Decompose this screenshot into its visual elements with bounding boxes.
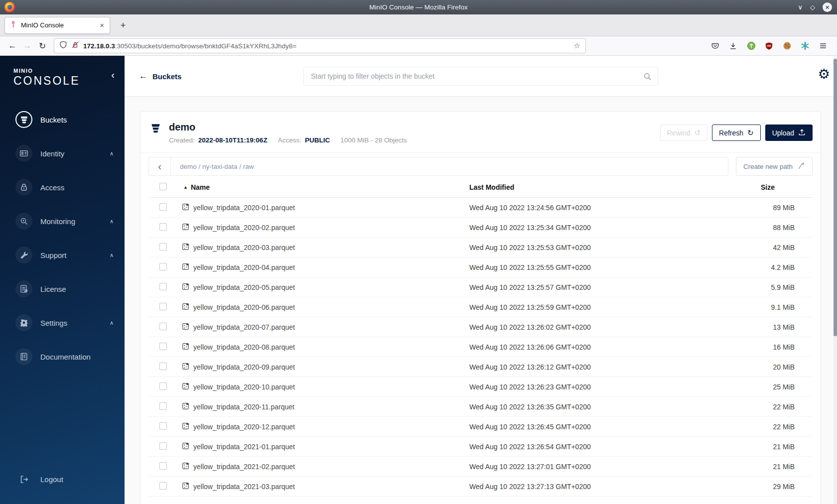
sidebar-item-documentation[interactable]: Documentation xyxy=(0,345,125,369)
row-checkbox[interactable] xyxy=(159,422,167,430)
scrollbar-thumb[interactable] xyxy=(834,59,837,336)
table-row[interactable]: yellow_tripdata_2020-11.parquet Wed Aug … xyxy=(148,397,813,417)
object-name[interactable]: yellow_tripdata_2020-12.parquet xyxy=(193,423,295,431)
select-all-checkbox[interactable] xyxy=(159,183,167,190)
table-row[interactable]: yellow_tripdata_2020-03.parquet Wed Aug … xyxy=(148,238,813,257)
table-row[interactable]: yellow_tripdata_2020-08.parquet Wed Aug … xyxy=(148,337,813,357)
column-header-size[interactable]: Size xyxy=(760,183,813,191)
table-row[interactable]: yellow_tripdata_2021-02.parquet Wed Aug … xyxy=(148,457,813,477)
breadcrumb-segment[interactable]: ny-taxi-data xyxy=(202,163,238,170)
sidebar-item-support[interactable]: Support ∧ xyxy=(0,243,125,267)
sidebar-item-buckets[interactable]: Buckets xyxy=(0,108,125,131)
row-checkbox[interactable] xyxy=(159,343,167,350)
sidebar-item-logout[interactable]: Logout xyxy=(0,467,125,491)
path-back-icon[interactable]: ‹ xyxy=(149,157,171,175)
sidebar-item-settings[interactable]: Settings ∧ xyxy=(0,311,125,335)
sidebar-item-access[interactable]: Access xyxy=(0,175,125,199)
object-name[interactable]: yellow_tripdata_2020-02.parquet xyxy=(193,224,295,232)
row-checkbox[interactable] xyxy=(159,283,167,290)
row-checkbox[interactable] xyxy=(159,442,167,450)
object-name[interactable]: yellow_tripdata_2020-05.parquet xyxy=(193,283,295,291)
table-row[interactable]: yellow_tripdata_2020-05.parquet Wed Aug … xyxy=(148,277,813,297)
search-input[interactable] xyxy=(304,67,658,85)
asterisk-extension-icon[interactable] xyxy=(798,39,812,53)
table-row[interactable]: yellow_tripdata_2020-04.parquet Wed Aug … xyxy=(148,257,813,277)
sidebar-menu: Buckets Identity ∧ Access Monitoring ∧ S… xyxy=(0,108,125,369)
bookmark-star-icon[interactable]: ☆ xyxy=(574,41,580,50)
row-checkbox[interactable] xyxy=(159,223,167,231)
page-scrollbar[interactable] xyxy=(834,56,837,504)
object-last-modified: Wed Aug 10 2022 13:26:23 GMT+0200 xyxy=(469,383,760,391)
downloads-icon[interactable] xyxy=(726,39,740,53)
object-name[interactable]: yellow_tripdata_2020-01.parquet xyxy=(193,204,295,212)
row-checkbox[interactable] xyxy=(159,363,167,370)
object-name[interactable]: yellow_tripdata_2021-01.parquet xyxy=(193,443,295,451)
create-new-path-button[interactable]: Create new path xyxy=(736,157,813,176)
tab-close-icon[interactable]: × xyxy=(99,21,105,29)
object-name[interactable]: yellow_tripdata_2020-03.parquet xyxy=(193,244,295,252)
extension-green-icon[interactable] xyxy=(744,39,758,53)
cookie-extension-icon[interactable] xyxy=(780,39,794,53)
object-name[interactable]: yellow_tripdata_2020-04.parquet xyxy=(193,263,295,271)
insecure-lock-icon[interactable] xyxy=(71,41,79,51)
row-checkbox[interactable] xyxy=(159,203,167,211)
tab-minio-console[interactable]: MinIO Console × xyxy=(4,17,110,34)
menu-hamburger-icon[interactable] xyxy=(816,39,830,53)
caret-up-icon: ∧ xyxy=(110,218,114,225)
shield-icon[interactable] xyxy=(59,41,67,51)
table-row[interactable]: yellow_tripdata_2021-03.parquet Wed Aug … xyxy=(148,477,813,497)
row-checkbox[interactable] xyxy=(159,402,167,410)
column-header-name[interactable]: Name xyxy=(191,183,210,191)
back-to-buckets-link[interactable]: ← Buckets xyxy=(139,71,181,81)
table-row[interactable]: yellow_tripdata_2020-07.parquet Wed Aug … xyxy=(148,317,813,337)
upload-button[interactable]: Upload xyxy=(765,125,813,141)
forward-button[interactable]: → xyxy=(20,39,35,53)
object-name[interactable]: yellow_tripdata_2020-11.parquet xyxy=(193,403,294,411)
table-row[interactable]: yellow_tripdata_2020-12.parquet Wed Aug … xyxy=(148,417,813,437)
object-last-modified: Wed Aug 10 2022 13:25:57 GMT+0200 xyxy=(469,283,760,291)
row-checkbox[interactable] xyxy=(159,243,167,251)
sort-asc-icon[interactable]: ▲ xyxy=(183,185,188,190)
breadcrumb-segment[interactable]: demo xyxy=(180,163,197,170)
table-row[interactable]: yellow_tripdata_2021-01.parquet Wed Aug … xyxy=(148,437,813,457)
table-row[interactable]: yellow_tripdata_2020-01.parquet Wed Aug … xyxy=(148,198,813,218)
back-button[interactable]: ← xyxy=(5,39,20,53)
object-last-modified: Wed Aug 10 2022 13:27:13 GMT+0200 xyxy=(469,483,760,491)
pocket-icon[interactable] xyxy=(708,39,722,53)
sidebar-collapse-icon[interactable]: ‹ xyxy=(111,70,115,80)
object-name[interactable]: yellow_tripdata_2020-06.parquet xyxy=(193,303,295,311)
row-checkbox[interactable] xyxy=(159,462,167,470)
close-icon[interactable]: × xyxy=(823,2,832,12)
sidebar-item-identity[interactable]: Identity ∧ xyxy=(0,141,125,165)
object-name[interactable]: yellow_tripdata_2020-07.parquet xyxy=(193,323,295,331)
maximize-icon[interactable]: ◇ xyxy=(810,4,815,10)
row-checkbox[interactable] xyxy=(159,382,167,390)
sidebar-item-license[interactable]: License xyxy=(0,277,125,301)
row-checkbox[interactable] xyxy=(159,323,167,330)
minimize-icon[interactable]: ∨ xyxy=(798,4,803,10)
table-row[interactable]: yellow_tripdata_2020-10.parquet Wed Aug … xyxy=(148,377,813,397)
row-checkbox[interactable] xyxy=(159,263,167,270)
reload-button[interactable]: ↻ xyxy=(35,39,50,53)
table-row[interactable]: yellow_tripdata_2020-09.parquet Wed Aug … xyxy=(148,357,813,377)
rewind-button[interactable]: Rewind ↺ xyxy=(660,125,707,141)
breadcrumb-segment[interactable]: raw xyxy=(243,163,254,170)
ublock-extension-icon[interactable]: UO xyxy=(762,39,776,53)
object-name[interactable]: yellow_tripdata_2020-10.parquet xyxy=(193,383,295,391)
sidebar-item-monitoring[interactable]: Monitoring ∧ xyxy=(0,209,125,233)
object-name[interactable]: yellow_tripdata_2021-02.parquet xyxy=(193,463,295,471)
object-name[interactable]: yellow_tripdata_2020-08.parquet xyxy=(193,343,295,351)
object-name[interactable]: yellow_tripdata_2020-09.parquet xyxy=(193,363,295,371)
table-row[interactable]: yellow_tripdata_2020-02.parquet Wed Aug … xyxy=(148,218,813,238)
sidebar: MINIO CONSOLE ‹ Buckets Identity ∧ Acces… xyxy=(0,56,125,504)
new-tab-button[interactable]: + xyxy=(116,20,130,31)
column-header-last-modified[interactable]: Last Modified xyxy=(469,183,760,191)
refresh-button[interactable]: Refresh ↻ xyxy=(712,125,761,141)
settings-gear-icon[interactable]: ⚙ xyxy=(818,68,830,81)
object-name[interactable]: yellow_tripdata_2021-03.parquet xyxy=(193,483,295,491)
row-checkbox[interactable] xyxy=(159,482,167,490)
row-checkbox[interactable] xyxy=(159,303,167,310)
table-row[interactable]: yellow_tripdata_2020-06.parquet Wed Aug … xyxy=(148,297,813,317)
object-last-modified: Wed Aug 10 2022 13:26:06 GMT+0200 xyxy=(469,343,760,351)
url-bar[interactable]: 172.18.0.3:30503/buckets/demo/browse/bnk… xyxy=(54,38,586,53)
